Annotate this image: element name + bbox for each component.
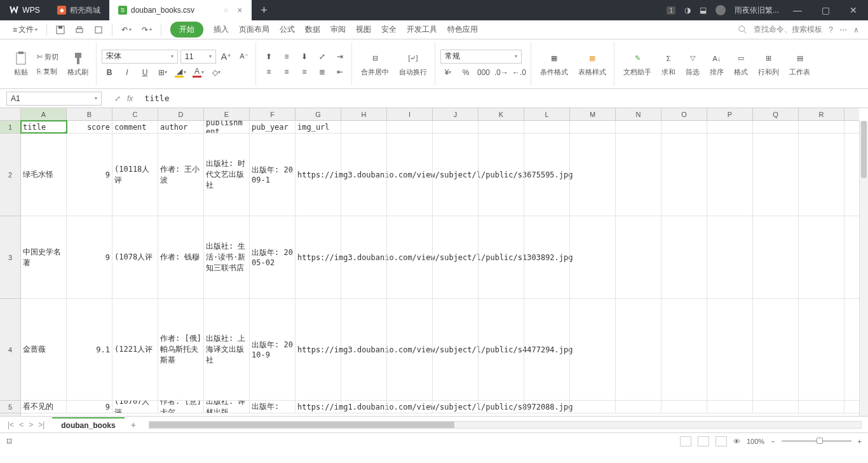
cell[interactable] [661,401,707,413]
cell[interactable] [524,401,570,413]
cell[interactable] [799,121,844,133]
align-top-button[interactable]: ⬆ [261,50,276,63]
col-header-M[interactable]: M [570,108,616,120]
row-header-1[interactable]: 1 [0,121,20,134]
tab-insert[interactable]: 插入 [210,22,233,38]
cell[interactable]: 中国史学名著 [21,216,67,298]
cell[interactable] [341,299,387,400]
tab-review[interactable]: 审阅 [327,22,349,38]
cell[interactable] [524,134,570,216]
sum-button[interactable]: Σ求和 [658,49,679,79]
table-style-button[interactable]: ▦表格样式 [574,49,610,79]
cells-area[interactable]: titlescorecommentauthorpublishmentpub_ye… [21,121,859,416]
close-button[interactable]: ✕ [844,5,863,15]
tab-special[interactable]: 特色应用 [444,22,482,38]
cell[interactable] [753,401,799,413]
decrease-font-button[interactable]: A⁻ [236,50,252,63]
cell[interactable]: comment [112,121,158,133]
cell[interactable] [570,299,616,400]
cell[interactable]: 出版社: 生活·读书·新知三联书店 [204,216,250,298]
tab-security[interactable]: 安全 [377,22,400,38]
align-left-button[interactable]: ≡ [261,66,276,78]
cell[interactable] [570,401,616,413]
vertical-scrollbar[interactable] [859,121,868,416]
record-icon[interactable]: ⊡ [6,437,12,445]
cell[interactable] [387,121,433,133]
tab-store[interactable]: ◆ 稻壳商城 [48,0,109,20]
maximize-button[interactable]: ▢ [816,5,835,15]
cell[interactable]: 出版年: 2010-9 [250,299,295,400]
sheet-next-button[interactable]: > [29,420,33,429]
cell[interactable] [524,121,570,133]
col-header-D[interactable]: D [158,108,204,120]
horizontal-scrollbar[interactable] [149,421,862,429]
cell[interactable] [616,299,661,400]
cell[interactable]: 作者: [意]卡尔 [158,401,204,413]
col-header-A[interactable]: A [21,108,67,120]
align-middle-button[interactable]: ≡ [279,50,294,63]
align-right-button[interactable]: ≡ [297,66,312,78]
cell[interactable]: title [21,121,67,133]
cell[interactable] [661,216,707,298]
minimize-button[interactable]: — [788,5,807,15]
dec-decimal-button[interactable]: ←.0 [512,66,527,79]
format-button[interactable]: ▭格式 [730,49,752,79]
sheet-first-button[interactable]: |< [8,420,14,429]
row-header-2[interactable]: 2 [0,134,20,216]
increase-font-button[interactable]: A⁺ [219,50,234,63]
zoom-slider[interactable] [782,440,851,442]
cell[interactable] [753,299,799,400]
cell[interactable] [341,401,387,413]
col-header-O[interactable]: O [661,108,707,120]
align-center-button[interactable]: ≡ [279,66,294,78]
cell[interactable] [707,134,753,216]
border-button[interactable]: ⊞▾ [155,66,170,79]
cell[interactable]: 绿毛水怪 [21,134,67,216]
row-header-5[interactable]: 5 [0,401,20,413]
eye-icon[interactable]: 👁 [733,438,740,445]
cell[interactable]: https://img1.doubanio.com/view/subject/l… [295,401,341,413]
scroll-thumb[interactable] [149,422,454,428]
col-header-K[interactable]: K [478,108,524,120]
zoom-in-button[interactable]: + [858,438,862,445]
cell[interactable]: 9 [67,216,112,298]
cell[interactable] [478,299,524,400]
font-family-select[interactable]: 宋体▾ [102,50,178,64]
cell[interactable] [433,121,478,133]
tab-layout[interactable]: 页面布局 [235,22,273,38]
currency-button[interactable]: ¥▾ [440,66,456,79]
font-color-button[interactable]: A▾ [191,66,206,79]
filter-button[interactable]: ▽筛选 [682,49,703,79]
user-name[interactable]: 雨夜依旧繁... [735,5,779,16]
rowcol-button[interactable]: ⊞行和列 [754,49,783,79]
cell[interactable] [341,121,387,133]
normal-view-button[interactable] [680,436,691,446]
app-menu-button[interactable]: ≡ 文件 ▾ [9,22,41,38]
cell[interactable] [799,216,844,298]
cell[interactable] [433,216,478,298]
cell[interactable]: (1221人评 [112,299,158,400]
orientation-button[interactable]: ⤢ [315,50,330,63]
paste-button[interactable]: 粘贴 [10,49,32,79]
col-header-G[interactable]: G [295,108,341,120]
col-header-B[interactable]: B [67,108,112,120]
copy-button[interactable]: ⎘复制 [34,66,61,78]
cell[interactable] [570,216,616,298]
cell[interactable] [387,299,433,400]
cell[interactable]: author [158,121,204,133]
cell[interactable] [707,121,753,133]
cell[interactable]: 出版年: 2005-02 [250,216,295,298]
cell[interactable] [616,134,661,216]
col-header-H[interactable]: H [341,108,387,120]
redo-button[interactable]: ↷▾ [138,23,156,37]
col-header-E[interactable]: E [204,108,250,120]
cell[interactable]: 9 [67,401,112,413]
cell[interactable] [387,401,433,413]
cell[interactable] [707,299,753,400]
cell[interactable] [433,134,478,216]
cell[interactable] [753,216,799,298]
search-placeholder[interactable]: 查找命令、搜索模板 [754,24,822,35]
justify-button[interactable]: ≣ [315,66,330,78]
cell[interactable] [341,216,387,298]
cell[interactable] [524,299,570,400]
